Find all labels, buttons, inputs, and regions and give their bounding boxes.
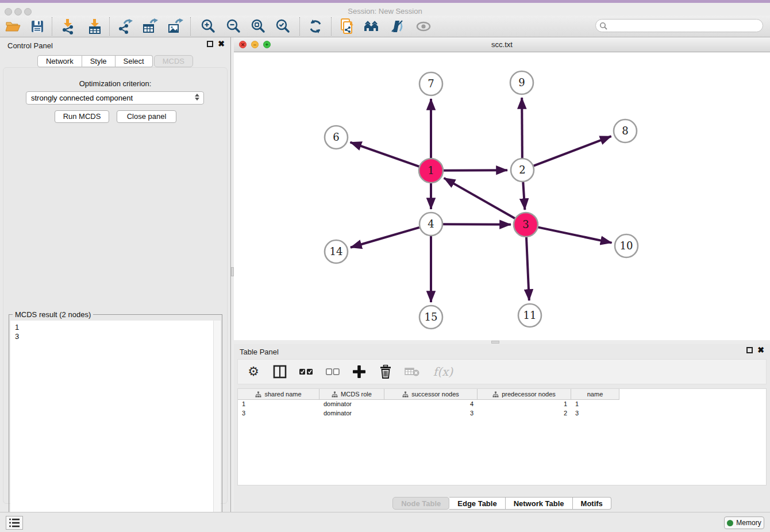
table-settings-icon[interactable]: ⚙: [246, 364, 261, 379]
task-history-button[interactable]: [6, 516, 23, 530]
zoom-selected-icon[interactable]: [273, 18, 292, 34]
table-cell[interactable]: dominator: [319, 409, 384, 418]
table-cell[interactable]: 1: [478, 400, 571, 409]
table-body: 1dominator4113dominator323: [238, 400, 766, 418]
select-all-checkboxes-icon[interactable]: [299, 364, 314, 379]
graph-node-9[interactable]: 9: [510, 71, 533, 94]
table-cell[interactable]: 1: [571, 400, 619, 409]
graph-node-11[interactable]: 11: [518, 304, 541, 327]
open-file-icon[interactable]: [3, 18, 23, 34]
column-header-name[interactable]: name: [571, 389, 619, 400]
table-cell[interactable]: 3: [384, 409, 478, 418]
node-label: 9: [518, 76, 525, 88]
graph-edge-4-3[interactable]: [443, 224, 511, 225]
zoom-out-icon[interactable]: [224, 18, 243, 34]
node-label: 4: [428, 218, 434, 230]
zoom-fit-icon[interactable]: [248, 18, 268, 34]
control-tab-select[interactable]: Select: [116, 55, 153, 67]
graph-node-7[interactable]: 7: [419, 72, 442, 95]
column-header-mcds-role[interactable]: MCDS role: [319, 389, 384, 400]
graph-node-14[interactable]: 14: [325, 240, 348, 263]
optimization-criterion-select[interactable]: strongly connected component: [26, 91, 204, 105]
table-cell[interactable]: dominator: [319, 400, 384, 409]
graph-node-15[interactable]: 15: [419, 306, 442, 329]
network-window-titlebar[interactable]: ✕ − + scc.txt: [234, 37, 770, 52]
search-box[interactable]: [595, 19, 763, 32]
graph-node-4[interactable]: 4: [419, 213, 442, 236]
table-cell[interactable]: 3: [238, 409, 319, 418]
graph-node-10[interactable]: 10: [615, 234, 638, 257]
column-label: name: [587, 391, 603, 398]
graph-edge-3-10[interactable]: [538, 227, 612, 242]
graph-edge-2-3[interactable]: [523, 182, 525, 210]
graph-node-3[interactable]: 3: [514, 213, 538, 237]
show-hide-labels-icon[interactable]: [388, 18, 407, 34]
sort-hierarchy-icon: [332, 391, 338, 398]
table-panel: Table Panel ✖ ⚙ f(x): [234, 344, 770, 512]
network-graph: 7968124314101511: [234, 52, 770, 340]
status-bar: Memory: [0, 512, 770, 532]
graph-node-2[interactable]: 2: [511, 159, 534, 182]
table-tab-network-table[interactable]: Network Table: [506, 497, 573, 510]
graph-node-1[interactable]: 1: [419, 159, 443, 183]
table-cell[interactable]: 2: [478, 409, 571, 418]
delete-table-icon[interactable]: [405, 364, 419, 379]
table-cell[interactable]: 4: [384, 400, 478, 409]
column-label: predecessor nodes: [502, 391, 556, 398]
memory-button[interactable]: Memory: [724, 516, 764, 529]
import-table-icon[interactable]: [85, 18, 105, 34]
function-builder-icon[interactable]: f(x): [431, 364, 455, 379]
zoom-in-icon[interactable]: [198, 18, 218, 34]
run-mcds-button[interactable]: Run MCDS: [55, 110, 109, 123]
table-tab-edge-table[interactable]: Edge Table: [449, 497, 505, 510]
table-row[interactable]: 1dominator411: [238, 400, 766, 409]
result-scrollbar[interactable]: [213, 321, 221, 529]
table-tab-motifs[interactable]: Motifs: [573, 497, 611, 510]
horizontal-splitter[interactable]: [234, 340, 770, 344]
network-canvas[interactable]: 7968124314101511: [234, 52, 770, 340]
close-panel-icon[interactable]: ✖: [757, 347, 764, 353]
table-cell[interactable]: 3: [571, 409, 619, 418]
search-input[interactable]: [610, 22, 763, 30]
graph-edge-1-6[interactable]: [351, 142, 420, 167]
column-header-predecessor-nodes[interactable]: predecessor nodes: [478, 389, 571, 400]
control-tab-network[interactable]: Network: [37, 55, 82, 67]
save-session-icon[interactable]: [28, 18, 47, 34]
table-tab-node-table[interactable]: Node Table: [392, 497, 449, 510]
graph-edge-4-14[interactable]: [351, 228, 419, 248]
float-panel-icon[interactable]: [207, 41, 213, 47]
graph-edge-3-11[interactable]: [526, 237, 529, 300]
close-panel-button[interactable]: Close panel: [117, 110, 176, 123]
splitter-grip[interactable]: [491, 341, 499, 344]
export-image-icon[interactable]: [165, 18, 185, 34]
delete-column-icon[interactable]: [378, 364, 393, 379]
control-tab-style[interactable]: Style: [82, 55, 116, 67]
node-table[interactable]: shared nameMCDS rolesuccessor nodesprede…: [237, 388, 767, 485]
graph-edge-1-2[interactable]: [443, 170, 507, 171]
graph-edge-3-1[interactable]: [444, 178, 515, 219]
node-label: 10: [620, 240, 633, 252]
table-cell[interactable]: 1: [238, 400, 319, 409]
mcds-result-list[interactable]: 1 3: [10, 321, 221, 529]
table-row[interactable]: 3dominator323: [238, 409, 766, 418]
add-column-icon[interactable]: [352, 364, 367, 379]
graph-node-6[interactable]: 6: [325, 126, 348, 149]
export-table-icon[interactable]: [140, 18, 160, 34]
graph-edge-2-9[interactable]: [522, 98, 522, 158]
control-tab-mcds[interactable]: MCDS: [154, 55, 193, 67]
float-panel-icon[interactable]: [746, 347, 753, 353]
import-network-icon[interactable]: [58, 18, 78, 34]
show-hide-panel-eye-icon[interactable]: [414, 18, 433, 34]
deselect-all-checkboxes-icon[interactable]: [325, 364, 340, 379]
graph-edge-2-8[interactable]: [534, 136, 611, 165]
close-panel-icon[interactable]: ✖: [218, 41, 225, 47]
refresh-layout-icon[interactable]: [306, 18, 325, 34]
column-header-successor-nodes[interactable]: successor nodes: [384, 389, 478, 400]
mcds-result-title: MCDS result (2 nodes): [13, 310, 93, 319]
clone-network-icon[interactable]: [337, 18, 357, 34]
column-header-shared-name[interactable]: shared name: [238, 389, 319, 400]
graph-node-8[interactable]: 8: [614, 119, 637, 142]
export-network-icon[interactable]: [116, 18, 135, 34]
first-neighbors-icon[interactable]: [363, 18, 382, 34]
column-layout-icon[interactable]: [272, 364, 287, 379]
